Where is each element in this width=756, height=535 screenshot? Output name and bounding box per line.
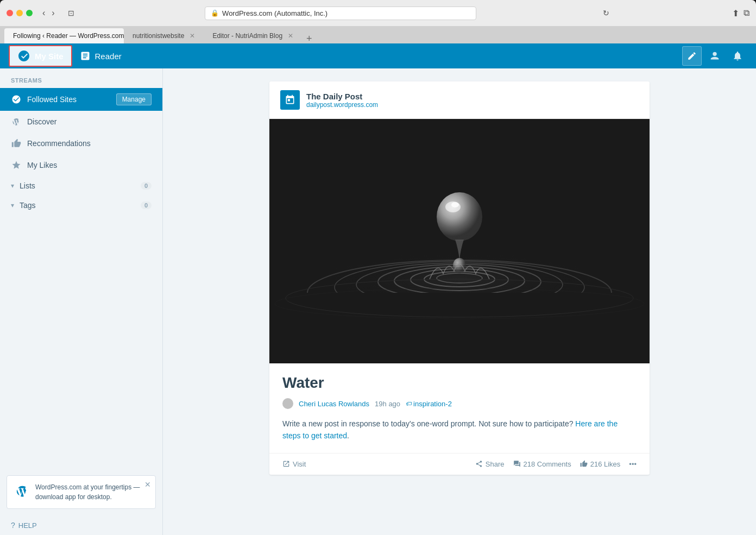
comments-action[interactable]: 218 Comments	[513, 460, 571, 468]
bell-icon	[732, 51, 743, 61]
checkmark-circle-icon	[11, 95, 21, 104]
wp-promo-box: WordPress.com at your fingertips — downl…	[7, 475, 156, 509]
svg-rect-15	[269, 293, 650, 363]
sidebar-item-recommendations[interactable]: Recommendations	[0, 133, 162, 154]
help-label: HELP	[18, 521, 37, 530]
my-likes-label: My Likes	[27, 161, 152, 169]
forward-button[interactable]: ›	[49, 7, 56, 19]
reader-icon	[80, 51, 91, 61]
post-actions: Visit Share 218 Comments 216 Likes	[269, 453, 650, 475]
lists-label: Lists	[20, 181, 135, 190]
share-action[interactable]: Share	[475, 460, 505, 468]
promo-text: WordPress.com at your fingertips — downl…	[35, 482, 148, 502]
post-meta: Cheri Lucas Rowlands 19h ago 🏷 inspirati…	[282, 398, 637, 409]
tags-chevron-icon: ▾	[11, 202, 14, 209]
tag-link[interactable]: 🏷 inspiration-2	[406, 400, 452, 408]
followed-sites-icon	[11, 94, 22, 105]
lists-badge: 0	[141, 182, 152, 190]
sidebar-item-followed-sites[interactable]: Followed Sites Manage	[0, 88, 162, 111]
help-icon: ?	[11, 521, 15, 530]
new-tab-button[interactable]: ⧉	[744, 8, 749, 18]
streams-label: Streams	[0, 68, 162, 88]
edit-icon	[687, 51, 697, 61]
maximize-window-button[interactable]	[26, 10, 33, 16]
post-title: Water	[282, 374, 637, 392]
visit-action[interactable]: Visit	[282, 460, 306, 468]
lists-chevron-icon: ▾	[11, 182, 14, 190]
sidebar-item-discover[interactable]: Discover	[0, 111, 162, 133]
site-info: The Daily Post dailypost.wordpress.com	[306, 92, 378, 109]
tab-nutritionist[interactable]: nutritionistwebsite ✕	[124, 28, 204, 43]
sidebar-footer: WordPress.com at your fingertips — downl…	[0, 469, 162, 515]
compose-button[interactable]	[682, 46, 702, 66]
svg-point-14	[453, 258, 466, 273]
discover-label: Discover	[27, 117, 152, 126]
tab-close-editor[interactable]: ✕	[288, 32, 293, 40]
sidebar-item-tags[interactable]: ▾ Tags 0	[0, 196, 162, 215]
reload-button[interactable]: ↻	[603, 9, 609, 17]
recommendations-label: Recommendations	[27, 139, 152, 148]
reader-button[interactable]: Reader	[72, 47, 129, 65]
likes-icon	[580, 460, 588, 468]
sidebar-help[interactable]: ? HELP	[0, 515, 162, 535]
post-header: The Daily Post dailypost.wordpress.com	[269, 81, 650, 119]
post-excerpt: Write a new post in response to today's …	[282, 418, 637, 442]
site-name[interactable]: The Daily Post	[306, 92, 378, 101]
star-icon	[11, 160, 21, 170]
app-container: My Site Reader	[0, 43, 756, 535]
followed-sites-label: Followed Sites	[27, 95, 111, 104]
recommendations-icon	[11, 138, 22, 149]
discover-icon	[11, 116, 22, 127]
author-avatar	[282, 398, 293, 409]
promo-close-button[interactable]: ✕	[144, 480, 151, 489]
more-action[interactable]: •••	[629, 460, 637, 468]
svg-point-0	[713, 52, 716, 56]
my-likes-icon	[11, 160, 22, 171]
sidebar-item-my-likes[interactable]: My Likes	[0, 154, 162, 176]
tags-label: Tags	[20, 201, 135, 210]
address-bar[interactable]: 🔒 WordPress.com (Automattic, Inc.)	[205, 7, 476, 20]
sidebar-item-lists[interactable]: ▾ Lists 0	[0, 176, 162, 196]
sidebar-toggle-button[interactable]: ⊡	[65, 8, 78, 18]
tags-badge: 0	[141, 202, 152, 209]
comments-icon	[513, 460, 521, 468]
thumbs-up-icon	[11, 139, 21, 148]
wordpress-icon	[17, 49, 30, 62]
author-link[interactable]: Cheri Lucas Rowlands	[299, 400, 369, 408]
external-link-icon	[282, 460, 290, 468]
top-nav: My Site Reader	[0, 43, 756, 68]
ssl-lock-icon: 🔒	[211, 9, 219, 17]
tab-close-nutritionist[interactable]: ✕	[190, 32, 195, 40]
share-icon	[475, 460, 483, 468]
site-url[interactable]: dailypost.wordpress.com	[306, 101, 378, 109]
share-button[interactable]: ⬆	[732, 8, 739, 18]
likes-action[interactable]: 216 Likes	[580, 460, 621, 468]
tag-icon: 🏷	[406, 400, 412, 407]
address-text: WordPress.com (Automattic, Inc.)	[222, 9, 327, 17]
avatar-button[interactable]	[705, 46, 724, 66]
wordpress-logo-icon	[11, 117, 21, 127]
reader-content: The Daily Post dailypost.wordpress.com	[163, 68, 756, 535]
calendar-icon	[285, 95, 295, 105]
main-content: Streams Followed Sites Manage Dis	[0, 68, 756, 535]
svg-point-13	[451, 202, 459, 207]
new-tab-plus-button[interactable]: +	[302, 34, 317, 43]
tab-following[interactable]: Following ‹ Reader — WordPress.com ✕	[4, 28, 124, 43]
user-avatar-icon	[709, 50, 721, 62]
browser-tabs: Following ‹ Reader — WordPress.com ✕ nut…	[0, 26, 756, 43]
close-window-button[interactable]	[7, 10, 13, 16]
post-card: The Daily Post dailypost.wordpress.com	[269, 81, 650, 475]
minimize-window-button[interactable]	[16, 10, 23, 16]
sidebar: Streams Followed Sites Manage Dis	[0, 68, 163, 535]
manage-button[interactable]: Manage	[116, 93, 152, 105]
post-time: 19h ago	[375, 400, 400, 408]
post-body: Water Cheri Lucas Rowlands 19h ago 🏷 ins…	[269, 363, 650, 453]
my-site-button[interactable]: My Site	[9, 45, 72, 67]
promo-wordpress-icon	[15, 483, 30, 499]
tab-editor[interactable]: Editor - NutriAdmin Blog ✕	[204, 28, 302, 43]
traffic-lights	[7, 10, 33, 16]
svg-point-11	[437, 192, 482, 241]
notifications-button[interactable]	[728, 46, 747, 66]
back-button[interactable]: ‹	[40, 7, 47, 19]
site-icon	[280, 90, 300, 110]
